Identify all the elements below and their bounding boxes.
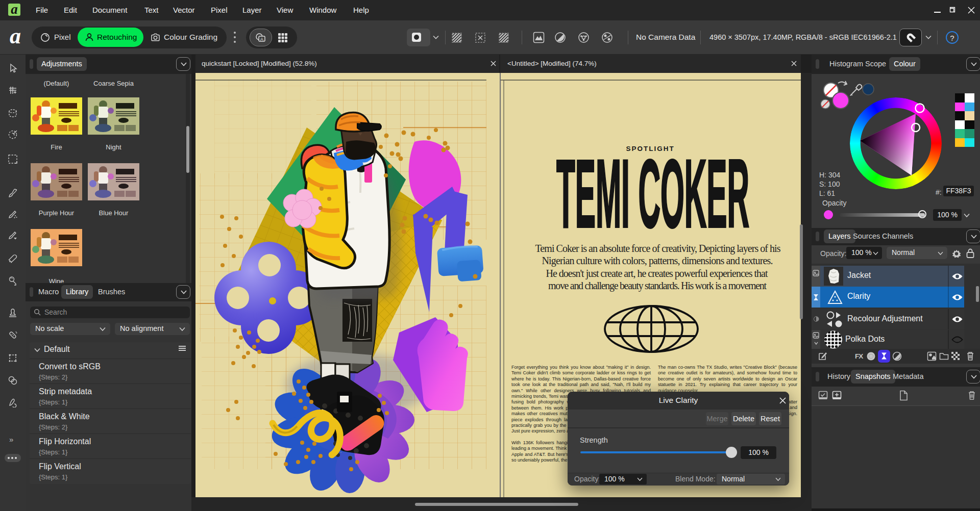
svg-text:Nigerian culture with colors,: Nigerian culture with colors, patterns, … (542, 255, 773, 267)
svg-text:move and challenge beauty stan: move and challenge beauty standards. His… (548, 280, 767, 292)
svg-text:TEMI COKER: TEMI COKER (556, 139, 749, 247)
svg-text:Temi Coker is an absolute forc: Temi Coker is an absolute force of creat… (535, 243, 781, 254)
svg-text:He doesn't just create art, he: He doesn't just create art, he creates p… (546, 268, 768, 279)
svg-text:A: A (260, 37, 263, 42)
